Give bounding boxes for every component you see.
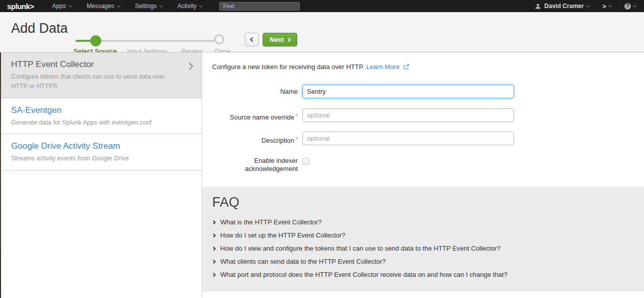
intro-text: Configure a new token for receiving data…: [212, 63, 409, 71]
top-nav: Apps Messages Settings Activity: [52, 3, 217, 10]
nav-apps[interactable]: Apps: [52, 3, 72, 10]
splunk-logo[interactable]: splunk>: [7, 2, 34, 11]
description-field-row: Description?: [202, 132, 514, 145]
chevron-down-icon: [586, 4, 590, 7]
nav-messages[interactable]: Messages: [87, 3, 120, 10]
faq-item-port-protocol[interactable]: What port and protocol does the HTTP Eve…: [212, 271, 644, 278]
source-override-input[interactable]: [302, 108, 514, 122]
help-menu[interactable]: ?: [624, 3, 636, 10]
faq-item-what-clients[interactable]: What clients can send data to the HTTP E…: [212, 258, 644, 265]
indexer-ack-row: Enable indexer acknowledgement: [202, 156, 309, 173]
source-description: Configure tokens that clients can use to…: [11, 72, 178, 92]
learn-more-link[interactable]: Learn More: [366, 63, 399, 71]
chevron-down-icon: [159, 4, 163, 7]
indexer-ack-label: Enable indexer acknowledgement: [202, 156, 298, 173]
find-search-input[interactable]: [219, 2, 300, 11]
step-dot-done: [214, 34, 224, 44]
chevron-down-icon: [633, 4, 636, 7]
top-bar: splunk> Apps Messages Settings Activity …: [0, 0, 644, 12]
intro-sentence: Configure a new token for receiving data…: [212, 63, 364, 71]
faq-item-what-is[interactable]: What is the HTTP Event Collector?: [212, 218, 644, 226]
chevron-right-icon: [287, 37, 291, 41]
source-title: SA-Eventgen: [11, 105, 178, 115]
user-menu[interactable]: David Cramer: [535, 3, 589, 10]
chevron-right-icon: [212, 259, 216, 263]
user-name: David Cramer: [544, 3, 584, 10]
help-icon: ?: [624, 3, 631, 10]
window-left-edge: [0, 52, 1, 298]
next-button[interactable]: Next: [263, 33, 297, 46]
chevron-down-icon: [69, 4, 72, 7]
chevron-down-icon: [117, 4, 120, 7]
splunk-chevron-menu[interactable]: >: [602, 3, 611, 10]
source-override-field-row: Source name override?: [202, 108, 514, 122]
nav-settings[interactable]: Settings: [135, 3, 162, 10]
chevron-right-icon: [212, 246, 216, 250]
name-field-row: Name: [202, 85, 514, 98]
token-config-panel: Configure a new token for receiving data…: [202, 52, 644, 298]
sidebar-item-http-event-collector[interactable]: HTTP Event Collector Configure tokens th…: [0, 52, 202, 98]
chevron-down-icon: [608, 4, 612, 7]
sidebar-item-google-drive-activity-stream[interactable]: Google Drive Activity Stream Streams act…: [0, 134, 202, 170]
next-button-label: Next: [270, 36, 284, 43]
splunk-logo-text: splunk: [7, 2, 30, 11]
source-title: HTTP Event Collector: [11, 59, 178, 70]
source-description: Streams activity events from Google Driv…: [11, 154, 178, 163]
page-title: Add Data: [11, 21, 68, 36]
chevron-left-icon: [250, 37, 255, 42]
name-label: Name: [202, 85, 298, 96]
source-sidebar: HTTP Event Collector Configure tokens th…: [0, 52, 202, 298]
enable-indexer-checkbox[interactable]: [302, 158, 309, 165]
name-input[interactable]: [302, 85, 514, 98]
nav-activity[interactable]: Activity: [177, 3, 202, 10]
description-label: Description?: [202, 132, 298, 145]
help-tooltip-icon[interactable]: ?: [295, 136, 298, 141]
content-area: HTTP Event Collector Configure tokens th…: [0, 52, 644, 298]
chevron-right-icon: [212, 220, 216, 224]
chevron-glyph: >: [602, 3, 606, 10]
back-button[interactable]: [245, 33, 259, 46]
source-description: Generate data for Splunk Apps with event…: [11, 118, 178, 128]
external-link-icon: [404, 64, 409, 70]
page-header: Add Data Select Source Input Settings Re…: [0, 12, 644, 52]
chevron-right-icon: [186, 63, 194, 71]
sidebar-item-sa-eventgen[interactable]: SA-Eventgen Generate data for Splunk App…: [0, 98, 202, 134]
step-dot-select-source: [90, 35, 101, 46]
description-input[interactable]: [302, 132, 514, 145]
chevron-down-icon: [199, 4, 203, 7]
help-tooltip-icon[interactable]: ?: [295, 113, 298, 118]
faq-item-view-configure-tokens[interactable]: How do I view and configure the tokens t…: [212, 245, 644, 252]
chevron-right-icon: [212, 233, 216, 237]
top-bar-right: David Cramer > ?: [535, 3, 636, 10]
source-title: Google Drive Activity Stream: [11, 141, 178, 151]
faq-item-set-up[interactable]: How do I set up the HTTP Event Collector…: [212, 231, 644, 239]
user-icon: [535, 3, 541, 10]
faq-title: FAQ: [212, 195, 644, 210]
splunk-logo-chevron: >: [30, 2, 34, 11]
faq-section: FAQ What is the HTTP Event Collector? Ho…: [202, 187, 644, 291]
chevron-right-icon: [212, 272, 216, 276]
source-override-label: Source name override?: [202, 108, 298, 122]
